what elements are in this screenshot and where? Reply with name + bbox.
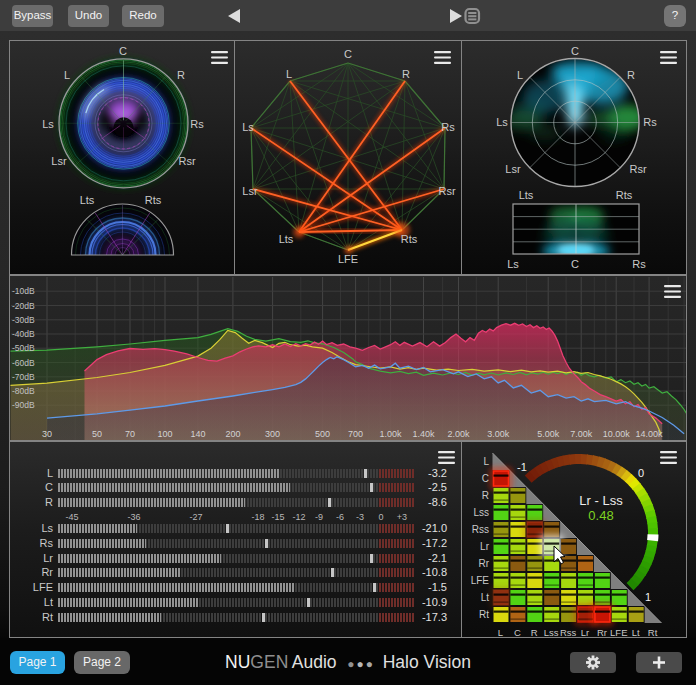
svg-text:Rt: Rt — [648, 627, 658, 637]
svg-text:C: C — [482, 473, 489, 484]
svg-text:Rs: Rs — [441, 121, 455, 133]
svg-text:30: 30 — [42, 429, 52, 439]
svg-text:-80dB: -80dB — [12, 386, 35, 396]
svg-text:L: L — [64, 69, 70, 81]
svg-text:Rs: Rs — [643, 116, 657, 128]
svg-text:L: L — [498, 627, 503, 637]
svg-text:14.00k: 14.00k — [636, 429, 664, 439]
svg-text:Lts: Lts — [279, 233, 294, 245]
svg-text:-30dB: -30dB — [12, 315, 35, 325]
svg-text:Rr: Rr — [597, 627, 607, 637]
svg-text:C: C — [571, 45, 579, 57]
svg-text:500: 500 — [315, 429, 330, 439]
svg-text:1.40k: 1.40k — [412, 429, 435, 439]
svg-text:Lts: Lts — [80, 194, 95, 206]
svg-text:-40dB: -40dB — [12, 329, 35, 339]
svg-text:50: 50 — [92, 429, 102, 439]
svg-text:R: R — [482, 490, 489, 501]
svg-text:R: R — [531, 627, 538, 637]
svg-text:7.00k: 7.00k — [570, 429, 593, 439]
svg-text:-10dB: -10dB — [12, 286, 35, 296]
svg-text:Lr - Lss: Lr - Lss — [579, 493, 623, 508]
svg-text:Ls: Ls — [496, 116, 508, 128]
svg-text:100: 100 — [157, 429, 172, 439]
svg-text:LFE: LFE — [610, 627, 627, 637]
svg-text:LFE: LFE — [471, 575, 490, 586]
svg-text:Lts: Lts — [519, 189, 534, 201]
svg-text:1.00k: 1.00k — [380, 429, 403, 439]
svg-text:-50dB: -50dB — [12, 343, 35, 353]
svg-text:Lsr: Lsr — [505, 163, 521, 175]
svg-text:Lss: Lss — [473, 507, 489, 518]
svg-text:-1: -1 — [517, 461, 527, 473]
svg-text:Rsr: Rsr — [438, 185, 455, 197]
svg-text:10.00k: 10.00k — [603, 429, 631, 439]
svg-text:1: 1 — [645, 591, 651, 603]
svg-text:Ls: Ls — [242, 121, 254, 133]
svg-text:300: 300 — [265, 429, 280, 439]
svg-text:Lt: Lt — [632, 627, 640, 637]
svg-text:700: 700 — [348, 429, 363, 439]
svg-text:70: 70 — [125, 429, 135, 439]
svg-text:C: C — [571, 258, 579, 270]
svg-text:3.00k: 3.00k — [487, 429, 510, 439]
svg-text:0.48: 0.48 — [588, 508, 613, 523]
svg-text:2.00k: 2.00k — [447, 429, 470, 439]
svg-text:Lr: Lr — [480, 541, 490, 552]
svg-text:Lt: Lt — [481, 592, 490, 603]
svg-text:-90dB: -90dB — [12, 400, 35, 410]
svg-text:Ls: Ls — [507, 258, 519, 270]
svg-text:0: 0 — [638, 467, 644, 479]
svg-text:C: C — [344, 48, 352, 60]
svg-text:-20dB: -20dB — [12, 301, 35, 311]
svg-text:Rts: Rts — [401, 233, 418, 245]
svg-text:L: L — [483, 456, 489, 467]
svg-text:Rss: Rss — [472, 524, 489, 535]
svg-text:LFE: LFE — [338, 253, 358, 265]
svg-text:Rsr: Rsr — [629, 163, 646, 175]
svg-text:L: L — [517, 69, 523, 81]
svg-text:Lsr: Lsr — [51, 155, 67, 167]
svg-text:C: C — [119, 45, 127, 57]
svg-text:Rr: Rr — [478, 558, 489, 569]
svg-text:Rss: Rss — [560, 627, 577, 637]
svg-text:Rts: Rts — [616, 189, 633, 201]
svg-text:Rt: Rt — [479, 609, 489, 620]
svg-text:C: C — [514, 627, 521, 637]
svg-text:5.00k: 5.00k — [537, 429, 560, 439]
svg-text:Rs: Rs — [190, 118, 204, 130]
svg-text:Lsr: Lsr — [242, 185, 258, 197]
svg-text:Ls: Ls — [42, 118, 54, 130]
svg-text:Lr: Lr — [581, 627, 589, 637]
svg-text:R: R — [177, 69, 185, 81]
svg-text:Rsr: Rsr — [178, 155, 195, 167]
svg-text:R: R — [627, 69, 635, 81]
svg-text:Rs: Rs — [632, 258, 646, 270]
svg-text:R: R — [402, 68, 410, 80]
svg-text:140: 140 — [190, 429, 205, 439]
svg-text:200: 200 — [225, 429, 240, 439]
svg-text:-60dB: -60dB — [12, 358, 35, 368]
svg-text:Lss: Lss — [544, 627, 559, 637]
svg-text:Rts: Rts — [145, 194, 162, 206]
svg-text:-70dB: -70dB — [12, 372, 35, 382]
svg-text:L: L — [286, 68, 292, 80]
